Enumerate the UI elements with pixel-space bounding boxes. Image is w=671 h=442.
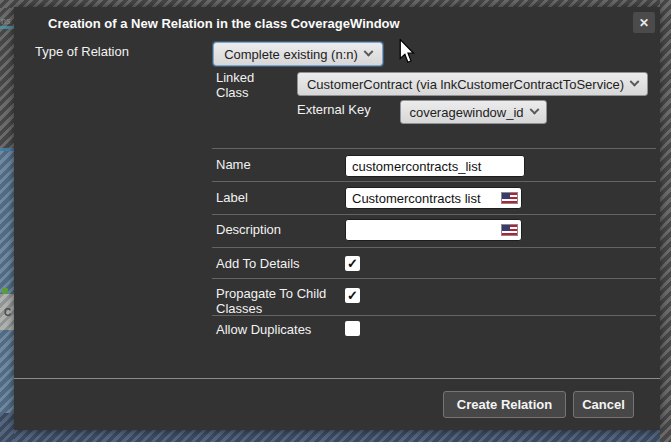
background-partial-text: ns	[1, 16, 11, 26]
row-separator	[212, 214, 656, 215]
dialog-title: Creation of a New Relation in the class …	[48, 16, 400, 31]
create-relation-button[interactable]: Create Relation	[443, 391, 566, 418]
linked-class-label: Linked Class	[216, 70, 280, 100]
screen: ns C Creation of a New Relation in the c…	[0, 0, 671, 442]
description-input[interactable]	[345, 219, 522, 241]
label-field-wrap	[345, 187, 522, 209]
row-separator	[212, 148, 656, 149]
background-teal-line	[0, 26, 14, 29]
external-key-select[interactable]: coveragewindow_id	[400, 100, 547, 124]
label-input[interactable]	[345, 187, 522, 209]
close-icon[interactable]: ✕	[633, 12, 655, 33]
name-label: Name	[216, 157, 251, 172]
propagate-to-child-classes-checkbox[interactable]: ✓	[345, 288, 360, 303]
add-to-details-label: Add To Details	[216, 256, 300, 271]
allow-duplicates-checkbox[interactable]	[345, 321, 360, 336]
background-grid-row-fragment: C	[0, 294, 14, 330]
row-separator	[212, 247, 656, 248]
type-of-relation-select[interactable]: Complete existing (n:n)	[213, 42, 383, 66]
propagate-to-child-classes-label: Propagate To Child Classes	[216, 286, 338, 316]
chevron-down-icon	[363, 46, 373, 56]
external-key-label: External Key	[297, 102, 371, 117]
label-label: Label	[216, 190, 248, 205]
type-of-relation-value: Complete existing (n:n)	[224, 47, 358, 62]
description-label: Description	[216, 222, 281, 237]
cancel-button[interactable]: Cancel	[573, 391, 634, 418]
chevron-down-icon	[630, 76, 640, 86]
linked-class-value: CustomerContract (via lnkCustomerContrac…	[307, 77, 624, 92]
linked-class-select[interactable]: CustomerContract (via lnkCustomerContrac…	[297, 72, 648, 96]
us-flag-translation-icon[interactable]	[501, 192, 518, 204]
row-separator	[212, 315, 656, 316]
us-flag-translation-icon[interactable]	[501, 224, 518, 236]
modal-mask-left-gray: ns	[0, 8, 14, 151]
footer-separator	[14, 378, 660, 379]
external-key-value: coveragewindow_id	[409, 105, 523, 120]
create-relation-dialog: Creation of a New Relation in the class …	[14, 7, 660, 430]
row-separator	[212, 181, 656, 182]
name-field-wrap	[345, 155, 525, 177]
modal-mask-bottom	[14, 430, 660, 442]
description-field-wrap	[345, 219, 522, 241]
add-to-details-checkbox[interactable]: ✓	[345, 256, 360, 271]
type-of-relation-label: Type of Relation	[35, 44, 129, 59]
row-separator	[212, 278, 656, 279]
mask-overlay	[0, 294, 14, 330]
chevron-down-icon	[529, 104, 539, 114]
name-input[interactable]	[345, 155, 525, 177]
modal-mask-left-blue	[0, 151, 14, 413]
modal-mask-right	[660, 0, 671, 442]
allow-duplicates-label: Allow Duplicates	[216, 322, 311, 337]
modal-mask-left-navy	[0, 413, 14, 442]
